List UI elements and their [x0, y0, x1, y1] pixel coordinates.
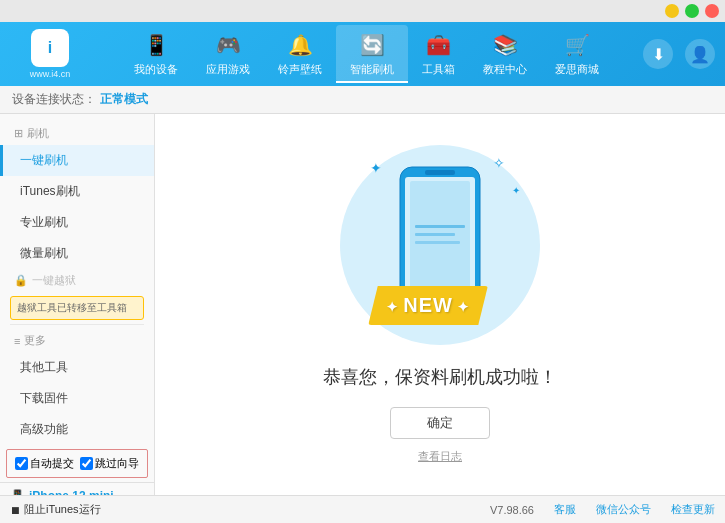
nav-icon-toolbox: 🧰: [425, 31, 453, 59]
auto-submit-text: 自动提交: [30, 456, 74, 471]
nav-item-my-device[interactable]: 📱 我的设备: [120, 25, 192, 83]
close-button[interactable]: [705, 4, 719, 18]
sidebar-divider-1: [10, 324, 144, 325]
nav-icon-ringtones: 🔔: [286, 31, 314, 59]
confirm-button[interactable]: 确定: [390, 407, 490, 439]
download-button[interactable]: ⬇: [643, 39, 673, 69]
download-firmware-label: 下载固件: [20, 391, 68, 405]
check-update-link[interactable]: 检查更新: [671, 502, 715, 517]
phone-illustration: ✦ ✧ ✦ ✦NEW✦: [340, 145, 540, 345]
customer-service-link[interactable]: 客服: [554, 502, 576, 517]
sidebar-item-pro-flash[interactable]: 专业刷机: [0, 207, 154, 238]
sidebar-item-itunes-flash[interactable]: iTunes刷机: [0, 176, 154, 207]
new-badge: ✦NEW✦: [368, 286, 488, 325]
sidebar-item-one-click-flash[interactable]: 一键刷机: [0, 145, 154, 176]
nav-icon-my-device: 📱: [142, 31, 170, 59]
header-right-controls: ⬇ 👤: [643, 39, 715, 69]
nav-icon-smart-flash: 🔄: [358, 31, 386, 59]
nav-item-tutorials[interactable]: 📚 教程中心: [469, 25, 541, 83]
sidebar: ⊞ 刷机 一键刷机 iTunes刷机 专业刷机 微量刷机 🔒 一键越狱: [0, 114, 155, 495]
auto-submit-label[interactable]: 自动提交: [15, 456, 74, 471]
version-label: V7.98.66: [490, 504, 534, 516]
sidebar-item-other-tools[interactable]: 其他工具: [0, 352, 154, 383]
nav-label-ringtones: 铃声壁纸: [278, 62, 322, 77]
auto-submit-checkbox[interactable]: [15, 457, 28, 470]
pro-flash-label: 专业刷机: [20, 215, 68, 229]
status-label: 设备连接状态：: [12, 91, 96, 108]
nav-item-shop[interactable]: 🛒 爱思商城: [541, 25, 613, 83]
nav-item-apps-games[interactable]: 🎮 应用游戏: [192, 25, 264, 83]
nav-label-my-device: 我的设备: [134, 62, 178, 77]
navigation: 📱 我的设备 🎮 应用游戏 🔔 铃声壁纸 🔄 智能刷机 🧰 工具箱 📚 教程中心…: [90, 25, 643, 83]
wechat-public-link[interactable]: 微信公众号: [596, 502, 651, 517]
sparkle-icon-3: ✦: [512, 185, 520, 196]
nav-label-apps-games: 应用游戏: [206, 62, 250, 77]
bottombar: ⏹ 阻止iTunes运行 V7.98.66 客服 微信公众号 检查更新: [0, 495, 725, 523]
nav-icon-apps-games: 🎮: [214, 31, 242, 59]
logo[interactable]: i www.i4.cn: [10, 29, 90, 79]
stop-itunes-label: 阻止iTunes运行: [24, 502, 101, 517]
status-value: 正常模式: [100, 91, 148, 108]
view-log-link[interactable]: 查看日志: [418, 449, 462, 464]
more-section-icon: ≡: [14, 335, 20, 347]
titlebar: [0, 0, 725, 22]
main-content: ✦ ✧ ✦ ✦NEW✦: [155, 114, 725, 495]
svg-rect-6: [415, 233, 455, 236]
nav-label-shop: 爱思商城: [555, 62, 599, 77]
skip-wizard-checkbox[interactable]: [80, 457, 93, 470]
minimize-button[interactable]: [665, 4, 679, 18]
nav-icon-shop: 🛒: [563, 31, 591, 59]
advanced-label: 高级功能: [20, 422, 68, 436]
svg-rect-2: [425, 170, 455, 175]
stop-icon: ⏹: [10, 504, 21, 516]
itunes-flash-label: iTunes刷机: [20, 184, 80, 198]
flash-section-title: 刷机: [27, 126, 49, 141]
flash-section-icon: ⊞: [14, 127, 23, 140]
sidebar-item-restore-flash[interactable]: 微量刷机: [0, 238, 154, 269]
nav-item-smart-flash[interactable]: 🔄 智能刷机: [336, 25, 408, 83]
sparkle-icon-2: ✧: [493, 155, 505, 171]
success-message: 恭喜您，保资料刷机成功啦！: [323, 365, 557, 389]
checkbox-row: 自动提交 跳过向导: [6, 449, 148, 478]
nav-label-toolbox: 工具箱: [422, 62, 455, 77]
jailbreak-section-title: 🔒 一键越狱: [0, 269, 154, 292]
sidebar-item-advanced[interactable]: 高级功能: [0, 414, 154, 445]
logo-site: www.i4.cn: [30, 69, 71, 79]
skip-wizard-label[interactable]: 跳过向导: [80, 456, 139, 471]
skip-wizard-text: 跳过向导: [95, 456, 139, 471]
nav-label-tutorials: 教程中心: [483, 62, 527, 77]
device-info: 📱 iPhone 12 mini 64GB Down-12mini-13,1: [0, 482, 154, 495]
bottom-right-info: V7.98.66 客服 微信公众号 检查更新: [490, 502, 715, 517]
restore-button[interactable]: [685, 4, 699, 18]
svg-rect-5: [415, 225, 465, 228]
one-click-flash-label: 一键刷机: [20, 153, 68, 167]
sidebar-item-download-firmware[interactable]: 下载固件: [0, 383, 154, 414]
stop-itunes-button[interactable]: ⏹ 阻止iTunes运行: [10, 502, 101, 517]
other-tools-label: 其他工具: [20, 360, 68, 374]
restore-flash-label: 微量刷机: [20, 246, 68, 260]
jailbreak-notice-text: 越狱工具已转移至工具箱: [17, 302, 127, 313]
sparkle-icon-1: ✦: [370, 160, 382, 176]
nav-icon-tutorials: 📚: [491, 31, 519, 59]
svg-rect-7: [415, 241, 460, 244]
sidebar-section-more: ≡ 更多: [0, 329, 154, 352]
header: i www.i4.cn 📱 我的设备 🎮 应用游戏 🔔 铃声壁纸 🔄 智能刷机 …: [0, 22, 725, 86]
jailbreak-notice: 越狱工具已转移至工具箱: [10, 296, 144, 320]
nav-item-toolbox[interactable]: 🧰 工具箱: [408, 25, 469, 83]
jailbreak-label: 一键越狱: [32, 273, 76, 288]
user-button[interactable]: 👤: [685, 39, 715, 69]
logo-icon: i: [31, 29, 69, 67]
nav-item-ringtones[interactable]: 🔔 铃声壁纸: [264, 25, 336, 83]
lock-icon: 🔒: [14, 274, 28, 287]
nav-label-smart-flash: 智能刷机: [350, 62, 394, 77]
statusbar: 设备连接状态： 正常模式: [0, 86, 725, 114]
sidebar-section-flash: ⊞ 刷机: [0, 122, 154, 145]
more-section-title: 更多: [24, 333, 46, 348]
